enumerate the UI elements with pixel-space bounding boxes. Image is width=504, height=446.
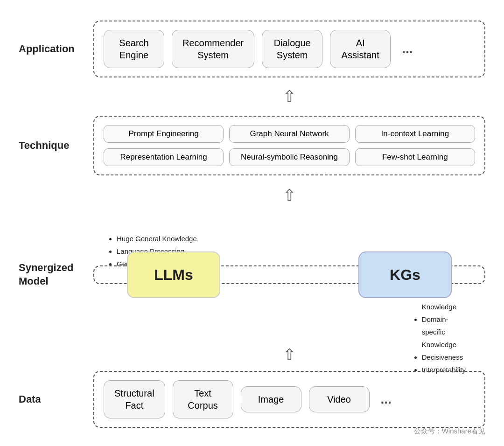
up-arrow-icon-3: ⇧ <box>283 347 296 362</box>
kg-bullet-2: Domain-specific Knowledge <box>422 313 466 351</box>
technique-grid: Prompt Engineering Graph Neural Network … <box>104 125 475 166</box>
data-items: StructuralFact TextCorpus Image Video ..… <box>104 380 475 418</box>
data-label: Data <box>19 393 93 406</box>
in-context-learning-box: In-context Learning <box>355 125 475 143</box>
dialogue-system-box: DialogueSystem <box>262 30 322 68</box>
graph-neural-network-box: Graph Neural Network <box>229 125 349 143</box>
kg-bullets: Explicit Knowledge Domain-specific Knowl… <box>413 288 466 376</box>
data-dashed-box: StructuralFact TextCorpus Image Video ..… <box>93 371 485 428</box>
data-dots: ... <box>381 392 392 407</box>
kg-box: KGs <box>358 251 452 298</box>
synergized-dashed-box: LLMs KGs <box>93 265 485 284</box>
few-shot-learning-box: Few-shot Learning <box>355 148 475 166</box>
ai-assistant-box: AIAssistant <box>330 30 391 68</box>
representation-learning-box: Representation Learning <box>104 148 224 166</box>
neural-symbolic-reasoning-box: Neural-symbolic Reasoning <box>229 148 349 166</box>
diagram-container: Application SearchEngine RecommenderSyst… <box>0 0 504 446</box>
application-label: Application <box>19 42 93 56</box>
watermark: 公众号：Winshare看见 <box>414 427 485 436</box>
structural-fact-box: StructuralFact <box>104 380 165 418</box>
text-corpus-box: TextCorpus <box>173 380 233 418</box>
arrow-up-2: ⇧ <box>19 183 485 207</box>
application-layer: Application SearchEngine RecommenderSyst… <box>19 14 485 84</box>
synergized-layer: Synergized Model LLMs KGs <box>19 207 485 342</box>
technique-layer: Technique Prompt Engineering Graph Neura… <box>19 108 485 183</box>
video-box: Video <box>309 386 370 412</box>
recommender-system-box: RecommenderSystem <box>172 30 254 68</box>
image-box: Image <box>241 386 301 412</box>
data-layer: Data StructuralFact TextCorpus Image Vid… <box>19 367 485 432</box>
kg-bullet-3: Decisiveness <box>422 351 466 363</box>
synergized-label: Synergized Model <box>19 261 93 288</box>
up-arrow-icon-1: ⇧ <box>283 88 296 104</box>
application-items: SearchEngine RecommenderSystem DialogueS… <box>104 30 475 68</box>
up-arrow-icon-2: ⇧ <box>283 187 296 203</box>
application-dashed-box: SearchEngine RecommenderSystem DialogueS… <box>93 21 485 77</box>
search-engine-box: SearchEngine <box>104 30 164 68</box>
technique-label: Technique <box>19 139 93 153</box>
application-dots: ... <box>402 42 413 56</box>
llm-box: LLMs <box>127 251 220 298</box>
technique-dashed-box: Prompt Engineering Graph Neural Network … <box>93 116 485 175</box>
prompt-engineering-box: Prompt Engineering <box>104 125 224 143</box>
llm-bullet-1: Huge General Knowledge <box>117 232 197 245</box>
arrow-up-1: ⇧ <box>19 84 485 108</box>
